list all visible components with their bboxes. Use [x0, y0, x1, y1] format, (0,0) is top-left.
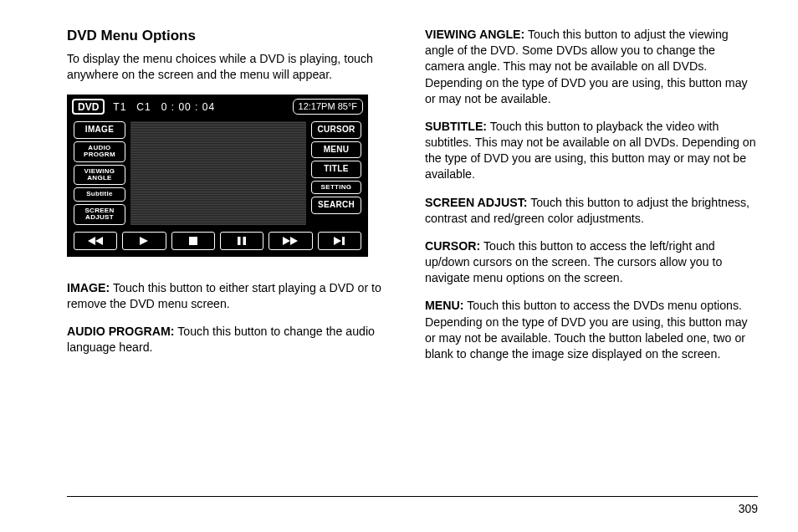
definition-audio-program: AUDIO PROGRAM: Touch this button to chan…	[67, 324, 400, 356]
next-icon[interactable]	[318, 232, 361, 250]
svg-marker-6	[283, 237, 290, 245]
title-button[interactable]: TITLE	[311, 161, 361, 178]
menu-button[interactable]: MENU	[311, 141, 361, 159]
left-column: DVD Menu Options To display the menu cho…	[67, 27, 400, 374]
term-viewing-angle: VIEWING ANGLE:	[425, 28, 524, 41]
dvd-screen-figure: DVD T1 C1 0 : 00 : 04 12:17PM 85°F IMAGE…	[67, 95, 368, 256]
dvd-elapsed-time: 0 : 00 : 04	[156, 96, 220, 117]
svg-marker-2	[140, 237, 148, 245]
term-audio-program: AUDIO PROGRAM:	[67, 325, 174, 338]
svg-rect-5	[243, 237, 247, 245]
definition-cursor: CURSOR: Touch this button to access the …	[425, 238, 758, 287]
term-image: IMAGE:	[67, 281, 110, 294]
dvd-right-buttons: CURSOR MENU TITLE SETTING SEARCH	[311, 121, 361, 224]
svg-marker-8	[334, 237, 341, 245]
dvd-left-buttons: IMAGE AUDIO PROGRM VIEWING ANGLE Subtitl…	[74, 121, 125, 224]
svg-rect-9	[342, 237, 345, 245]
term-subtitle: SUBTITLE:	[425, 120, 487, 133]
definition-screen-adjust: SCREEN ADJUST: Touch this button to adju…	[425, 195, 758, 227]
svg-marker-1	[95, 237, 103, 245]
body-image: Touch this button to either start playin…	[67, 281, 381, 310]
screen-adjust-button[interactable]: SCREEN ADJUST	[74, 204, 125, 225]
dvd-badge: DVD	[72, 99, 105, 115]
fast-forward-icon[interactable]	[269, 232, 312, 250]
play-icon[interactable]	[122, 232, 166, 250]
term-screen-adjust: SCREEN ADJUST:	[425, 196, 527, 209]
term-cursor: CURSOR:	[425, 239, 480, 253]
image-button[interactable]: IMAGE	[74, 121, 125, 139]
setting-button[interactable]: SETTING	[311, 181, 361, 194]
page-number: 309	[739, 502, 758, 515]
dvd-chapter-label: C1	[131, 96, 156, 117]
body-menu: Touch this button to access the DVDs men…	[425, 299, 748, 361]
dvd-clock-temp: 12:17PM 85°F	[293, 99, 363, 115]
subtitle-button[interactable]: Subtitle	[74, 187, 125, 201]
section-heading: DVD Menu Options	[67, 27, 400, 46]
definition-menu: MENU: Touch this button to access the DV…	[425, 298, 758, 362]
term-menu: MENU:	[425, 299, 464, 312]
dvd-status-bar: DVD T1 C1 0 : 00 : 04 12:17PM 85°F	[69, 96, 366, 118]
stop-icon[interactable]	[171, 232, 215, 250]
right-column: VIEWING ANGLE: Touch this button to adju…	[425, 27, 758, 374]
rewind-icon[interactable]	[74, 232, 117, 250]
svg-rect-4	[238, 237, 241, 245]
dvd-track-label: T1	[108, 96, 131, 117]
cursor-button[interactable]: CURSOR	[311, 121, 361, 139]
search-button[interactable]: SEARCH	[311, 197, 361, 214]
pause-icon[interactable]	[220, 232, 263, 250]
intro-paragraph: To display the menu choices while a DVD …	[67, 51, 400, 83]
dvd-transport-bar	[69, 228, 366, 255]
footer-rule	[67, 496, 758, 497]
definition-image: IMAGE: Touch this button to either start…	[67, 280, 400, 312]
audio-program-button[interactable]: AUDIO PROGRM	[74, 141, 125, 162]
definition-viewing-angle: VIEWING ANGLE: Touch this button to adju…	[425, 27, 758, 107]
definition-subtitle: SUBTITLE: Touch this button to playback …	[425, 119, 758, 183]
svg-marker-7	[290, 237, 298, 245]
svg-marker-0	[88, 237, 95, 245]
svg-rect-3	[189, 237, 197, 245]
dvd-video-area[interactable]	[130, 121, 306, 224]
viewing-angle-button[interactable]: VIEWING ANGLE	[74, 165, 125, 186]
